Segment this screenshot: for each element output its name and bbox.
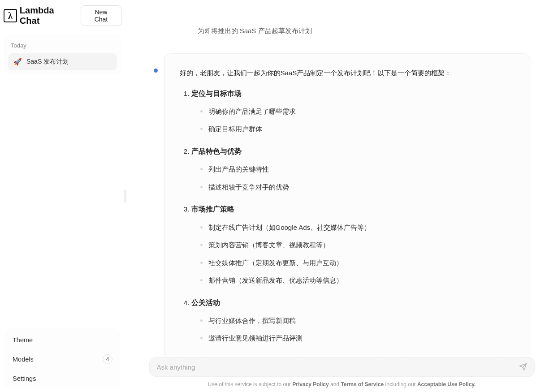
assistant-indicator-icon (154, 69, 158, 73)
bullet: 列出产品的关键特性 (200, 164, 515, 175)
theme-button[interactable]: Theme (6, 331, 119, 349)
composer (149, 357, 535, 377)
disclaimer: Use of this service is subject to our Pr… (149, 381, 535, 388)
bullet: 制定在线广告计划（如Google Ads、社交媒体广告等） (200, 222, 515, 233)
models-label: Models (13, 356, 34, 363)
chat-item[interactable]: 🚀 SaaS 发布计划 (8, 53, 117, 70)
sidebar-body: Today 🚀 SaaS 发布计划 (0, 31, 125, 325)
bullet: 描述相较于竞争对手的优势 (200, 181, 515, 193)
user-message: 为即将推出的 SaaS 产品起草发布计划 (154, 13, 530, 53)
section-title: 产品特色与优势 (191, 147, 242, 155)
section-label-today: Today (8, 38, 117, 53)
settings-button[interactable]: Settings (6, 370, 119, 388)
bullet: 社交媒体推广（定期发布更新、与用户互动） (200, 257, 515, 269)
outline-section: 公关活动 与行业媒体合作，撰写新闻稿 邀请行业意见领袖进行产品评测 (191, 297, 515, 344)
section-title: 市场推广策略 (191, 205, 234, 213)
assistant-outline: 定位与目标市场 明确你的产品满足了哪些需求 确定目标用户群体 产品特色与优势 列… (180, 88, 515, 344)
models-button[interactable]: Models 4 (6, 349, 119, 370)
send-button[interactable] (519, 363, 527, 371)
disclaimer-middle: and (329, 381, 341, 388)
section-title: 定位与目标市场 (191, 90, 242, 97)
lambda-icon: λ (4, 9, 17, 22)
chat-list: Today 🚀 SaaS 发布计划 (4, 34, 121, 74)
assistant-intro: 好的，老朋友，让我们一起为你的SaaS产品制定一个发布计划吧！以下是一个简要的框… (180, 67, 515, 79)
disclaimer-suffix: including our (384, 381, 417, 388)
rocket-icon: 🚀 (13, 58, 22, 66)
section-title: 公关活动 (191, 299, 220, 306)
send-icon (519, 363, 527, 371)
privacy-policy-link[interactable]: Privacy Policy (292, 381, 329, 388)
chat-item-title: SaaS 发布计划 (26, 58, 69, 66)
composer-input[interactable] (157, 363, 519, 371)
bullet: 策划内容营销（博客文章、视频教程等） (200, 239, 515, 251)
app-logo[interactable]: λ Lambda Chat (4, 5, 76, 26)
assistant-message: 好的，老朋友，让我们一起为你的SaaS产品制定一个发布计划吧！以下是一个简要的框… (154, 53, 530, 369)
models-count-badge: 4 (103, 354, 112, 364)
theme-label: Theme (13, 336, 33, 344)
aup-link[interactable]: Acceptable Use Policy. (417, 381, 476, 388)
bullet: 邮件营销（发送新品发布、优惠活动等信息） (200, 275, 515, 286)
conversation[interactable]: 为即将推出的 SaaS 产品起草发布计划 好的，老朋友，让我们一起为你的SaaS… (125, 0, 558, 392)
disclaimer-prefix: Use of this service is subject to our (208, 381, 293, 388)
composer-area: Use of this service is subject to our Pr… (125, 353, 558, 392)
outline-section: 定位与目标市场 明确你的产品满足了哪些需求 确定目标用户群体 (191, 88, 515, 135)
outline-section: 产品特色与优势 列出产品的关键特性 描述相较于竞争对手的优势 (191, 146, 515, 193)
settings-label: Settings (13, 375, 36, 382)
assistant-card: 好的，老朋友，让我们一起为你的SaaS产品制定一个发布计划吧！以下是一个简要的框… (164, 53, 530, 369)
outline-section: 市场推广策略 制定在线广告计划（如Google Ads、社交媒体广告等） 策划内… (191, 203, 515, 286)
bullet: 邀请行业意见领袖进行产品评测 (200, 332, 515, 344)
sidebar-header: λ Lambda Chat New Chat (0, 0, 125, 31)
terms-link[interactable]: Terms of Service (341, 381, 384, 388)
bullet: 与行业媒体合作，撰写新闻稿 (200, 315, 515, 327)
main: 为即将推出的 SaaS 产品起草发布计划 好的，老朋友，让我们一起为你的SaaS… (125, 0, 558, 392)
sidebar: λ Lambda Chat New Chat Today 🚀 SaaS 发布计划… (0, 0, 125, 392)
bullet: 明确你的产品满足了哪些需求 (200, 106, 515, 117)
new-chat-button[interactable]: New Chat (81, 5, 121, 26)
app-name: Lambda Chat (20, 5, 76, 26)
bullet: 确定目标用户群体 (200, 123, 515, 135)
sidebar-footer: Theme Models 4 Settings (0, 325, 125, 392)
